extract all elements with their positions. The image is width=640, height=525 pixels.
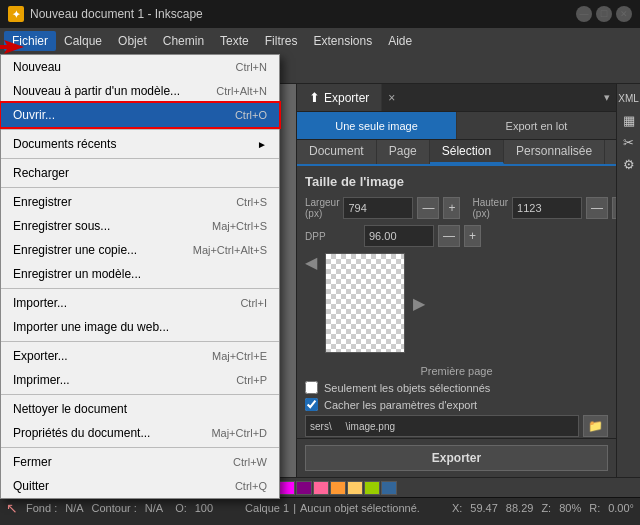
menu-item-recents-arrow: ► — [257, 139, 267, 150]
file-menu: Nouveau Ctrl+N Nouveau à partir d'un mod… — [0, 54, 280, 499]
dpp-decrease[interactable]: — — [438, 225, 460, 247]
menu-item-exporter-label: Exporter... — [13, 349, 68, 363]
color-pink[interactable] — [313, 481, 329, 495]
opacity-label: O: — [175, 502, 187, 514]
menu-chemin[interactable]: Chemin — [155, 31, 212, 51]
menu-item-ouvrir-label: Ouvrir... — [13, 108, 55, 122]
dpp-increase[interactable]: + — [464, 225, 481, 247]
menu-item-nouveau[interactable]: Nouveau Ctrl+N — [1, 55, 279, 79]
scroll-right[interactable]: ▶ — [413, 294, 425, 313]
right-tool-3[interactable]: ✂ — [619, 132, 639, 152]
status-r-label: R: — [589, 502, 600, 514]
width-decrease[interactable]: — — [417, 197, 439, 219]
height-input[interactable] — [512, 197, 582, 219]
status-icon: ↖ — [6, 500, 18, 516]
menu-item-proprietes[interactable]: Propriétés du document... Maj+Ctrl+D — [1, 421, 279, 445]
menu-item-quitter[interactable]: Quitter Ctrl+Q — [1, 474, 279, 498]
color-magenta[interactable] — [279, 481, 295, 495]
menu-item-enregistrer-sous-label: Enregistrer sous... — [13, 219, 110, 233]
menu-item-nettoyer[interactable]: Nettoyer le document — [1, 397, 279, 421]
menu-item-proprietes-shortcut: Maj+Ctrl+D — [211, 427, 267, 439]
svg-rect-1 — [0, 45, 8, 49]
menu-item-fermer[interactable]: Fermer Ctrl+W — [1, 450, 279, 474]
menu-item-fermer-shortcut: Ctrl+W — [233, 456, 267, 468]
menu-item-enregistrer-copie[interactable]: Enregistrer une copie... Maj+Ctrl+Alt+S — [1, 238, 279, 262]
export-type-batch[interactable]: Export en lot — [457, 112, 616, 139]
scroll-left[interactable]: ◀ — [305, 253, 317, 272]
menu-objet[interactable]: Objet — [110, 31, 155, 51]
menu-filtres[interactable]: Filtres — [257, 31, 306, 51]
file-browse-button[interactable]: 📁 — [583, 415, 608, 437]
right-tool-4[interactable]: ⚙ — [619, 154, 639, 174]
maximize-button[interactable]: ☐ — [596, 6, 612, 22]
section-title: Taille de l'image — [305, 174, 608, 189]
menu-item-enregistrer-modele-label: Enregistrer un modèle... — [13, 267, 141, 281]
menu-sep-7 — [1, 447, 279, 448]
layer-name: Calque 1 — [245, 502, 289, 514]
page-label: Première page — [305, 361, 608, 381]
menu-item-importer-web[interactable]: Importer une image du web... — [1, 315, 279, 339]
menu-texte[interactable]: Texte — [212, 31, 257, 51]
menu-item-importer-web-label: Importer une image du web... — [13, 320, 169, 334]
menu-item-exporter[interactable]: Exporter... Maj+Ctrl+E — [1, 344, 279, 368]
menu-item-fermer-label: Fermer — [13, 455, 52, 469]
menu-extensions[interactable]: Extensions — [305, 31, 380, 51]
menu-item-quitter-shortcut: Ctrl+Q — [235, 480, 267, 492]
height-decrease[interactable]: — — [586, 197, 608, 219]
export-subtab-page[interactable]: Page — [377, 140, 430, 164]
color-steel-blue[interactable] — [381, 481, 397, 495]
right-tool-2[interactable]: ▦ — [619, 110, 639, 130]
right-tool-1[interactable]: XML — [619, 88, 639, 108]
opacity-value: 100 — [195, 502, 213, 514]
dpp-input[interactable] — [364, 225, 434, 247]
minimize-button[interactable]: — — [576, 6, 592, 22]
export-expand-button[interactable]: ▾ — [598, 91, 616, 104]
color-gold[interactable] — [347, 481, 363, 495]
menu-item-imprimer-label: Imprimer... — [13, 373, 70, 387]
color-yellow-green[interactable] — [364, 481, 380, 495]
menu-item-nouveau-modele[interactable]: Nouveau à partir d'un modèle... Ctrl+Alt… — [1, 79, 279, 103]
width-input[interactable] — [343, 197, 413, 219]
right-toolbar: XML ▦ ✂ ⚙ — [616, 84, 640, 477]
menu-aide[interactable]: Aide — [380, 31, 420, 51]
selected-only-checkbox[interactable] — [305, 381, 318, 394]
menu-item-imprimer[interactable]: Imprimer... Ctrl+P — [1, 368, 279, 392]
menu-item-importer-label: Importer... — [13, 296, 67, 310]
file-path-input[interactable] — [305, 415, 579, 437]
menu-sep-3 — [1, 187, 279, 188]
color-peach[interactable] — [330, 481, 346, 495]
close-button[interactable]: ✕ — [616, 6, 632, 22]
menu-calque[interactable]: Calque — [56, 31, 110, 51]
menu-item-ouvrir-shortcut: Ctrl+O — [235, 109, 267, 121]
export-type-single[interactable]: Une seule image — [297, 112, 457, 139]
status-divider: | — [293, 502, 296, 514]
export-subtab-custom[interactable]: Personnalisée — [504, 140, 605, 164]
window-title: Nouveau document 1 - Inkscape — [30, 7, 570, 21]
menu-item-recents[interactable]: Documents récents ► — [1, 132, 279, 156]
checkbox-hide-params: Cacher les paramètres d'export — [305, 398, 608, 411]
hide-params-checkbox[interactable] — [305, 398, 318, 411]
export-content: Taille de l'image Largeur(px) — + Hauteu… — [297, 166, 616, 438]
export-subtab-selection[interactable]: Sélection — [430, 140, 504, 164]
menubar: Fichier Calque Objet Chemin Texte Filtre… — [0, 28, 640, 54]
menu-item-enregistrer-sous[interactable]: Enregistrer sous... Maj+Ctrl+S — [1, 214, 279, 238]
export-close-button[interactable]: × — [382, 91, 401, 105]
export-subtab-document[interactable]: Document — [297, 140, 377, 164]
menu-item-ouvrir[interactable]: Ouvrir... Ctrl+O — [1, 103, 279, 127]
color-purple[interactable] — [296, 481, 312, 495]
menu-item-enregistrer-modele[interactable]: Enregistrer un modèle... — [1, 262, 279, 286]
export-tab[interactable]: ⬆ Exporter — [297, 84, 382, 111]
menu-item-enregistrer-label: Enregistrer — [13, 195, 72, 209]
menu-item-enregistrer-sous-shortcut: Maj+Ctrl+S — [212, 220, 267, 232]
width-increase[interactable]: + — [443, 197, 460, 219]
menu-item-enregistrer-shortcut: Ctrl+S — [236, 196, 267, 208]
menu-item-recents-label: Documents récents — [13, 137, 116, 151]
menu-item-recharger[interactable]: Recharger — [1, 161, 279, 185]
menu-item-importer[interactable]: Importer... Ctrl+I — [1, 291, 279, 315]
height-increase[interactable]: + — [612, 197, 616, 219]
menu-sep-6 — [1, 394, 279, 395]
dimension-row: Largeur(px) — + Hauteur(px) — + — [305, 197, 608, 219]
export-button[interactable]: Exporter — [305, 445, 608, 471]
menu-item-enregistrer[interactable]: Enregistrer Ctrl+S — [1, 190, 279, 214]
export-panel: ⬆ Exporter × ▾ Une seule image Export en… — [296, 84, 616, 477]
